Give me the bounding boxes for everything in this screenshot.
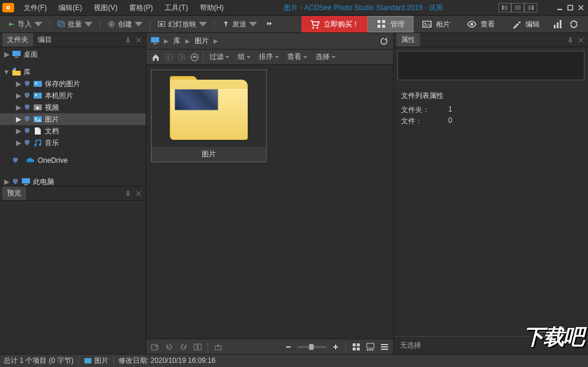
thumbnail-image [152,70,266,147]
select-dropdown[interactable]: 选择 [312,51,339,63]
create-button[interactable]: 创建 [104,18,146,31]
zoom-slider[interactable] [297,346,327,348]
thumbnail-area[interactable]: 图片 [146,65,393,339]
status-modified: 修改日期: 2020/10/19 16:09:16 [119,356,216,366]
svg-rect-39 [151,37,159,42]
tree-camera-roll[interactable]: ▶ 本机照片 [0,90,146,101]
tree-documents[interactable]: ▶ 文档 [0,125,146,137]
edit-tab[interactable]: 编辑 [503,16,548,32]
tree-label: 库 [24,67,31,77]
pin-icon[interactable] [123,35,133,45]
preview-tab[interactable]: 预览 [2,186,26,200]
back-button[interactable] [163,51,175,63]
zoom-in-icon[interactable] [330,342,341,352]
batch-button[interactable]: 批量 [54,18,96,31]
close-panel-icon[interactable] [576,35,586,45]
details-view-icon[interactable] [379,342,390,352]
photo-tab[interactable]: 相片 [413,16,458,32]
menu-view[interactable]: 视图(V) [89,1,122,15]
home-button[interactable] [150,51,162,63]
svg-rect-55 [367,343,374,348]
buy-now-tab[interactable]: 立即购买！ [301,16,367,32]
compare-icon[interactable] [192,342,203,352]
expand-arrow-icon[interactable]: ▶ [15,140,21,146]
tree-onedrive[interactable]: OneDrive [0,155,146,166]
tree-saved-pictures[interactable]: ▶ 保存的图片 [0,78,146,90]
left-panel: 文件夹 编目 ▶ 桌面 ▼ 库 ▶ [0,33,146,354]
svg-rect-26 [15,57,18,58]
menu-panes[interactable]: 窗格(P) [124,1,157,15]
menu-tools[interactable]: 工具(T) [160,1,192,15]
expand-arrow-icon[interactable]: ▶ [15,116,21,122]
toolbar-overflow[interactable] [263,20,276,29]
folder-thumbnail[interactable]: 图片 [151,70,267,162]
slideshow-button[interactable]: 幻灯放映 [154,18,211,31]
svg-rect-7 [557,9,562,10]
send-button[interactable]: 发送 [218,18,261,31]
zoom-out-icon[interactable] [283,342,294,352]
maximize-button[interactable] [566,4,575,12]
forward-button[interactable] [176,51,188,63]
menu-edit[interactable]: 编辑(E) [54,1,87,15]
music-icon [33,139,42,147]
catalog-tab[interactable]: 编目 [33,33,57,47]
rotate-right-icon[interactable] [178,342,189,352]
sort-dropdown[interactable]: 排序 [255,51,282,63]
menu-help[interactable]: 帮助(H) [195,1,229,15]
expand-arrow-icon[interactable]: ▶ [15,104,21,110]
pin-icon[interactable] [566,35,575,45]
tree-library[interactable]: ▼ 库 [0,66,146,78]
expand-arrow-icon[interactable]: ▶ [15,93,21,99]
properties-tab[interactable]: 属性 [396,33,420,47]
thumbnails-view-icon[interactable] [351,342,362,352]
folders-tab[interactable]: 文件夹 [2,33,33,47]
tree-pictures[interactable]: ▶ 图片 [0,113,146,125]
workspace-1[interactable] [498,3,511,12]
svg-rect-60 [381,346,388,348]
tree-this-pc[interactable]: ▶ 此电脑 [0,176,146,186]
breadcrumb-label: 图片 [195,36,209,46]
svg-rect-54 [357,348,360,350]
import-button[interactable]: 导入 [4,18,46,31]
filmstrip-view-icon[interactable] [365,342,376,352]
tree-videos[interactable]: ▶ 视频 [0,101,146,113]
collapse-arrow-icon[interactable]: ▼ [4,69,9,75]
breadcrumb-library[interactable]: 库 [171,35,183,47]
manage-tab[interactable]: 管理 [367,16,413,32]
view-tab[interactable]: 查看 [458,16,503,32]
property-value: 0 [448,116,452,126]
status-pictures-icon [84,358,92,365]
menu-file[interactable]: 文件(F) [19,1,51,15]
window-controls [555,4,586,12]
up-button[interactable] [189,51,201,63]
folders-panel-header: 文件夹 编目 [0,33,146,47]
close-button[interactable] [576,4,586,12]
expand-arrow-icon[interactable]: ▶ [4,51,9,57]
group-dropdown[interactable]: 组 [234,51,254,63]
workspace-2[interactable] [511,3,524,12]
sync-icon[interactable] [568,19,580,30]
minimize-button[interactable] [555,4,564,12]
pin-icon[interactable] [123,189,133,198]
separator [50,19,50,30]
tree-music[interactable]: ▶ 音乐 [0,137,146,149]
breadcrumb-root-icon[interactable] [150,35,162,47]
breadcrumb-pictures[interactable]: 图片 [192,35,211,47]
close-panel-icon[interactable] [134,189,143,198]
property-row: 文件： 0 [401,116,581,127]
main-toolbar: 导入 批量 创建 幻灯放映 发送 立即购买！ 管理 [0,15,588,33]
view-dropdown[interactable]: 查看 [284,51,311,63]
tree-desktop[interactable]: ▶ 桌面 [0,48,146,60]
expand-arrow-icon[interactable]: ▶ [15,81,21,87]
add-to-basket-icon[interactable] [213,342,224,352]
expand-arrow-icon[interactable]: ▶ [15,128,21,134]
refresh-button[interactable] [378,35,390,47]
dashboard-icon[interactable] [553,19,563,30]
expand-arrow-icon[interactable]: ▶ [4,179,9,185]
external-edit-icon[interactable] [150,342,160,352]
shield-icon [12,157,19,164]
workspace-3[interactable] [524,3,537,12]
close-panel-icon[interactable] [134,35,143,45]
filter-dropdown[interactable]: 过滤 [206,51,233,63]
rotate-left-icon[interactable] [164,342,175,352]
